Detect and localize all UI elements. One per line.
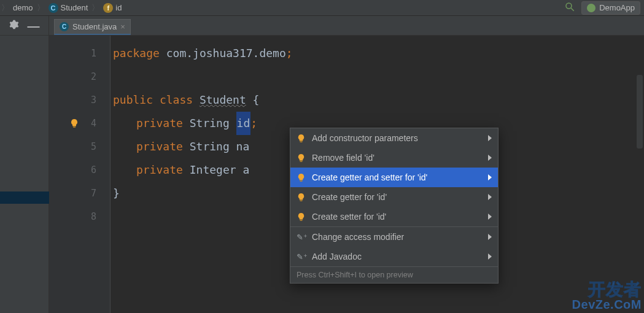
intention-popup: Add constructor parameters Remove field … (290, 128, 499, 284)
bulb-icon (297, 134, 306, 143)
submenu-arrow-icon (488, 214, 492, 220)
submenu-arrow-icon (488, 135, 492, 141)
field-id: id (236, 112, 251, 135)
line-number: 8 (49, 205, 110, 228)
breadcrumb: 〉 demo 〉 C Student 〉 f id (0, 2, 122, 14)
class-icon: C (48, 3, 58, 13)
gear-icon[interactable] (9, 20, 19, 32)
breadcrumb-sep: 〉 (91, 2, 99, 14)
submenu-arrow-icon (488, 174, 492, 180)
submenu-arrow-icon (488, 253, 492, 260)
bulb-icon (297, 212, 306, 222)
class-icon: C (60, 22, 69, 31)
field-name: na (236, 135, 250, 158)
keyword-package: package (113, 42, 160, 65)
run-config-selector[interactable]: DemoApp (581, 1, 640, 15)
intention-bulb-icon[interactable] (69, 118, 79, 128)
submenu-arrow-icon (488, 155, 492, 161)
bulb-icon (297, 173, 306, 182)
line-number: 4 (49, 112, 110, 135)
popup-hint: Press Ctrl+Shift+I to open preview (290, 266, 498, 283)
collapse-icon[interactable]: — (28, 20, 40, 32)
class-name: Student (200, 88, 246, 112)
breadcrumb-item-student[interactable]: C Student (48, 3, 88, 13)
package-path: com.joshua317.demo (166, 42, 286, 65)
intention-add-constructor-params[interactable]: Add constructor parameters (290, 128, 498, 148)
intention-change-access[interactable]: ✎⁺ Change access modifier (290, 227, 498, 247)
intention-create-getter-setter[interactable]: Create getter and setter for 'id' (290, 168, 498, 187)
project-tree-selection (0, 191, 49, 204)
keyword-private: private (136, 135, 183, 158)
intention-create-getter[interactable]: Create getter for 'id' (290, 187, 498, 207)
wand-icon: ✎⁺ (297, 252, 306, 261)
breadcrumb-bar: 〉 demo 〉 C Student 〉 f id DemoApp (0, 0, 644, 16)
bulb-icon (297, 153, 306, 163)
keyword-private: private (136, 158, 183, 182)
field-age: a (242, 158, 249, 182)
intention-create-setter[interactable]: Create setter for 'id' (290, 207, 498, 226)
submenu-arrow-icon (488, 194, 492, 200)
intention-add-javadoc[interactable]: ✎⁺ Add Javadoc (290, 247, 498, 266)
bulb-icon (297, 193, 306, 202)
toolbar-right: DemoApp (564, 1, 640, 15)
keyword-class: class (160, 88, 193, 112)
line-number: 7 (49, 182, 110, 205)
keyword-private: private (136, 112, 183, 135)
app-icon (587, 4, 596, 12)
project-tool-controls: — (0, 16, 49, 35)
close-icon[interactable]: × (120, 22, 125, 31)
tab-student-java[interactable]: C Student.java × (54, 19, 131, 35)
intention-remove-field[interactable]: Remove field 'id' (290, 148, 498, 168)
breadcrumb-sep: 〉 (1, 2, 9, 14)
line-number: 1 (49, 42, 110, 65)
search-icon[interactable] (564, 1, 575, 14)
line-number: 5 (49, 135, 110, 158)
tab-bar: — C Student.java × (0, 16, 644, 36)
breadcrumb-item-id[interactable]: f id (103, 3, 122, 13)
breadcrumb-item-demo[interactable]: demo (13, 3, 33, 12)
wand-icon: ✎⁺ (297, 233, 306, 242)
breadcrumb-sep: 〉 (37, 2, 45, 14)
submenu-arrow-icon (488, 234, 492, 240)
line-number: 6 (49, 158, 110, 182)
project-tool-strip[interactable] (0, 36, 49, 313)
line-number: 3 (49, 88, 110, 112)
keyword-public: public (113, 88, 153, 112)
gutter: 1 2 3 4 5 6 7 8 (49, 36, 111, 313)
field-icon: f (103, 3, 113, 13)
vertical-scrollbar[interactable] (637, 75, 643, 149)
line-number: 2 (49, 65, 110, 88)
